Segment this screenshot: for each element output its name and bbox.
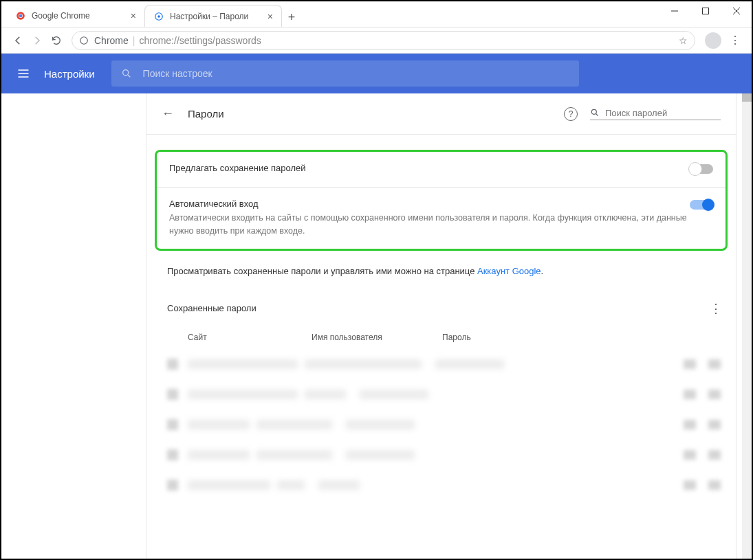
offer-save-toggle[interactable] (690, 164, 713, 174)
profile-avatar[interactable] (705, 32, 721, 49)
scrollbar-thumb[interactable] (742, 93, 752, 102)
help-icon[interactable]: ? (564, 107, 578, 121)
new-tab-button[interactable]: + (282, 8, 301, 27)
tab-0-title: Google Chrome (32, 11, 90, 21)
password-table-header: Сайт Имя пользователя Пароль (146, 323, 736, 349)
site-favicon (167, 359, 178, 370)
site-favicon (167, 389, 178, 400)
col-site: Сайт (188, 333, 312, 342)
password-row[interactable] (146, 440, 736, 470)
saved-passwords-label: Сохраненные пароли (167, 303, 710, 313)
content-area: ← Пароли ? Поиск паролей Предлагать сохр… (1, 93, 752, 559)
settings-search[interactable]: Поиск настроек (111, 60, 579, 87)
password-search-placeholder: Поиск паролей (605, 108, 667, 118)
show-password-icon[interactable] (684, 359, 696, 369)
titlebar: Google Chrome × Настройки – Пароли × + (1, 1, 752, 27)
show-password-icon[interactable] (684, 450, 696, 460)
auto-signin-row: Автоматический вход Автоматически входит… (157, 188, 725, 249)
chrome-icon (15, 10, 26, 21)
row-menu-icon[interactable] (708, 480, 721, 490)
page-title: Пароли (188, 108, 564, 120)
highlighted-settings: Предлагать сохранение паролей Автоматиче… (155, 150, 728, 251)
password-row[interactable] (146, 410, 736, 440)
bookmark-star-icon[interactable]: ☆ (679, 35, 688, 46)
main-column: ← Пароли ? Поиск паролей Предлагать сохр… (146, 93, 736, 559)
col-user: Имя пользователя (312, 333, 442, 342)
chrome-badge-icon (79, 36, 89, 45)
back-arrow-icon[interactable]: ← (162, 107, 174, 121)
window-controls (659, 1, 752, 21)
google-account-link[interactable]: Аккаунт Google (477, 266, 541, 276)
svg-point-9 (80, 36, 88, 44)
offer-save-label: Предлагать сохранение паролей (169, 163, 690, 173)
omnibox-chip: Chrome (94, 35, 129, 46)
tab-1[interactable]: Настройки – Пароли × (144, 5, 282, 27)
row-menu-icon[interactable] (708, 420, 721, 429)
more-icon[interactable]: ⋮ (710, 301, 722, 316)
address-bar[interactable]: Chrome | chrome://settings/passwords ☆ (72, 31, 695, 50)
settings-search-placeholder: Поиск настроек (143, 68, 212, 79)
address-toolbar: Chrome | chrome://settings/passwords ☆ ⋮ (1, 27, 752, 54)
offer-save-row: Предлагать сохранение паролей (157, 152, 725, 188)
search-icon (590, 108, 600, 117)
forward-button[interactable] (28, 31, 47, 50)
svg-point-12 (591, 109, 596, 114)
reload-button[interactable] (47, 31, 66, 50)
show-password-icon[interactable] (684, 420, 696, 429)
close-icon[interactable]: × (131, 10, 136, 21)
password-row[interactable] (146, 379, 736, 410)
password-search[interactable]: Поиск паролей (590, 108, 721, 120)
svg-line-13 (596, 114, 598, 116)
row-menu-icon[interactable] (708, 390, 721, 399)
svg-rect-6 (702, 8, 708, 14)
settings-header: Настройки Поиск настроек (1, 54, 752, 93)
close-window-button[interactable] (721, 1, 752, 21)
auto-signin-toggle[interactable] (690, 200, 713, 210)
auto-signin-desc: Автоматически входить на сайты с помощью… (169, 212, 690, 238)
show-password-icon[interactable] (684, 390, 696, 399)
site-favicon (167, 419, 178, 430)
row-menu-icon[interactable] (708, 359, 721, 369)
password-list (146, 349, 736, 500)
minimize-button[interactable] (659, 1, 690, 21)
omnibox-url: chrome://settings/passwords (139, 35, 261, 46)
svg-point-2 (19, 14, 23, 18)
tab-0[interactable]: Google Chrome × (7, 5, 144, 27)
password-row[interactable] (146, 470, 736, 500)
password-row[interactable] (146, 349, 736, 379)
maximize-button[interactable] (690, 1, 721, 21)
hamburger-icon[interactable] (17, 67, 30, 80)
col-pass: Пароль (442, 333, 715, 342)
manage-passwords-info: Просматривать сохраненные пароли и управ… (146, 260, 736, 294)
row-menu-icon[interactable] (708, 450, 721, 460)
close-icon[interactable]: × (268, 11, 273, 22)
saved-passwords-header: Сохраненные пароли ⋮ (146, 294, 736, 323)
back-button[interactable] (8, 31, 28, 50)
search-icon (121, 68, 132, 79)
scrollbar[interactable] (742, 93, 752, 559)
svg-point-4 (157, 15, 160, 18)
site-favicon (167, 449, 178, 460)
settings-title: Настройки (44, 68, 95, 80)
show-password-icon[interactable] (684, 480, 696, 490)
svg-line-11 (128, 75, 130, 77)
settings-icon (153, 11, 164, 22)
site-favicon (167, 480, 178, 491)
tab-1-title: Настройки – Пароли (170, 12, 248, 21)
svg-point-10 (122, 70, 128, 76)
tab-strip: Google Chrome × Настройки – Пароли × + (1, 5, 659, 27)
auto-signin-label: Автоматический вход (169, 199, 690, 209)
page-header: ← Пароли ? Поиск паролей (146, 93, 736, 135)
browser-menu-button[interactable]: ⋮ (725, 31, 745, 50)
